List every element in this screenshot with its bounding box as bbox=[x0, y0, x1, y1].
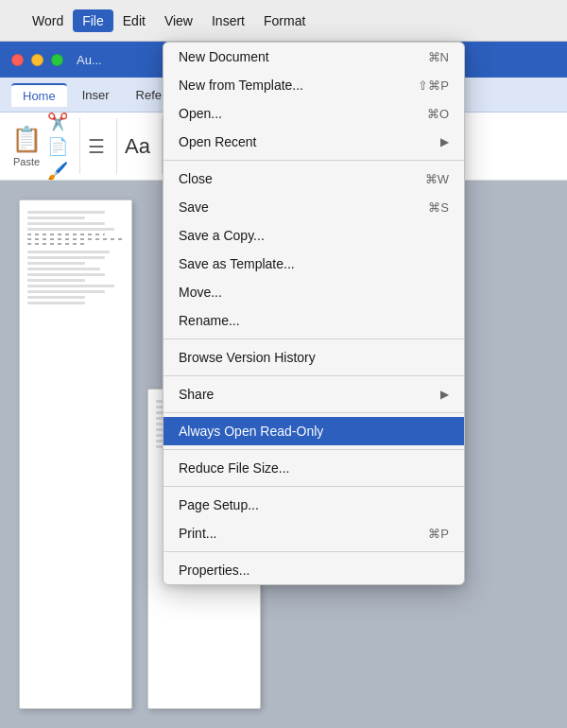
menu-properties[interactable]: Properties... bbox=[163, 556, 464, 584]
menu-new-document[interactable]: New Document ⌘N bbox=[163, 43, 464, 71]
menu-properties-label: Properties... bbox=[179, 563, 249, 578]
menu-save-copy[interactable]: Save a Copy... bbox=[163, 221, 464, 250]
menu-new-from-template[interactable]: New from Template... ⇧⌘P bbox=[163, 71, 464, 99]
dropdown-overlay: New Document ⌘N New from Template... ⇧⌘P… bbox=[0, 0, 567, 728]
menu-close-label: Close bbox=[179, 171, 213, 186]
menu-open-recent[interactable]: Open Recent ▶ bbox=[163, 128, 464, 156]
menu-move[interactable]: Move... bbox=[163, 278, 464, 306]
menu-open-shortcut: ⌘O bbox=[427, 107, 449, 121]
menu-page-setup-label: Page Setup... bbox=[179, 497, 259, 512]
menu-open-label: Open... bbox=[179, 106, 222, 121]
menu-print[interactable]: Print... ⌘P bbox=[163, 519, 464, 547]
menu-new-from-template-label: New from Template... bbox=[179, 78, 303, 93]
menu-new-document-shortcut: ⌘N bbox=[428, 50, 449, 64]
menu-print-label: Print... bbox=[179, 526, 216, 541]
separator-1 bbox=[163, 160, 464, 161]
menu-share-label: Share bbox=[179, 387, 214, 402]
separator-2 bbox=[163, 338, 464, 339]
menu-new-document-label: New Document bbox=[179, 49, 269, 64]
file-menu: New Document ⌘N New from Template... ⇧⌘P… bbox=[163, 42, 465, 585]
menu-save-copy-label: Save a Copy... bbox=[179, 228, 265, 243]
menu-reduce-file-size[interactable]: Reduce File Size... bbox=[163, 454, 464, 482]
menu-open-recent-label: Open Recent bbox=[179, 134, 257, 149]
menu-print-shortcut: ⌘P bbox=[428, 527, 449, 541]
menu-browse-version-history-label: Browse Version History bbox=[179, 350, 316, 365]
menu-close[interactable]: Close ⌘W bbox=[163, 165, 464, 193]
separator-3 bbox=[163, 375, 464, 376]
share-arrow-icon: ▶ bbox=[440, 388, 449, 401]
menu-save-as-template[interactable]: Save as Template... bbox=[163, 250, 464, 278]
menu-reduce-file-size-label: Reduce File Size... bbox=[179, 460, 290, 476]
separator-6 bbox=[163, 486, 464, 487]
separator-4 bbox=[163, 412, 464, 413]
menu-save[interactable]: Save ⌘S bbox=[163, 193, 464, 221]
menu-open[interactable]: Open... ⌘O bbox=[163, 99, 464, 128]
menu-always-open-read-only-label: Always Open Read-Only bbox=[179, 424, 323, 439]
menu-rename[interactable]: Rename... bbox=[163, 306, 464, 335]
menu-always-open-read-only[interactable]: Always Open Read-Only bbox=[163, 417, 464, 445]
menu-move-label: Move... bbox=[179, 285, 222, 300]
menu-browse-version-history[interactable]: Browse Version History bbox=[163, 343, 464, 372]
menu-save-as-template-label: Save as Template... bbox=[179, 256, 295, 271]
separator-7 bbox=[163, 551, 464, 552]
menu-share[interactable]: Share ▶ bbox=[163, 380, 464, 408]
menu-close-shortcut: ⌘W bbox=[425, 172, 449, 186]
menu-new-from-template-shortcut: ⇧⌘P bbox=[418, 78, 449, 93]
menu-rename-label: Rename... bbox=[179, 313, 240, 328]
menu-save-shortcut: ⌘S bbox=[428, 200, 449, 215]
arrow-icon: ▶ bbox=[440, 135, 449, 148]
menu-save-label: Save bbox=[179, 199, 209, 215]
menu-page-setup[interactable]: Page Setup... bbox=[163, 491, 464, 519]
separator-5 bbox=[163, 449, 464, 450]
